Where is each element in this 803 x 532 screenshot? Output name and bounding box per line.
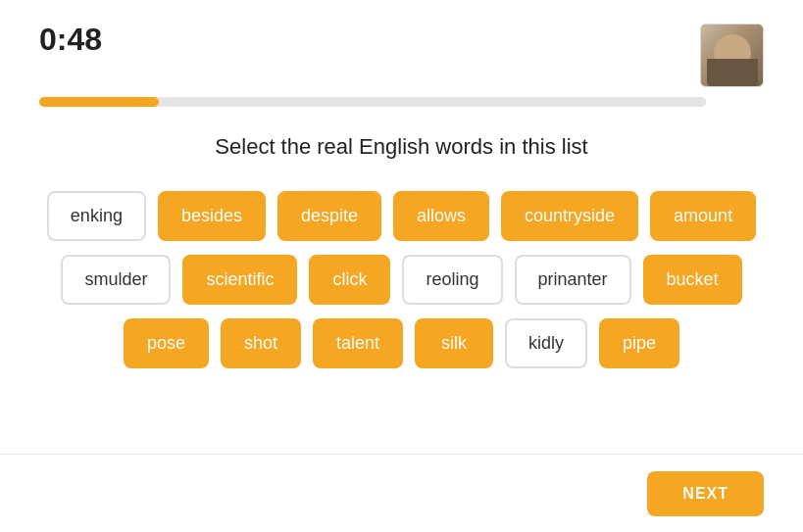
next-button[interactable]: NEXT [647, 471, 764, 516]
timer: 0:48 [39, 24, 102, 55]
word-btn-prinanter[interactable]: prinanter [515, 255, 631, 305]
header: 0:48 [39, 24, 764, 87]
word-btn-despite[interactable]: despite [277, 191, 381, 241]
instruction-text: Select the real English words in this li… [39, 134, 764, 160]
word-row-1: smulderscientificclickreolingprinanterbu… [61, 255, 741, 305]
word-btn-silk[interactable]: silk [415, 318, 493, 368]
word-btn-pipe[interactable]: pipe [599, 318, 679, 368]
word-btn-scientific[interactable]: scientific [182, 255, 297, 305]
word-btn-smulder[interactable]: smulder [61, 255, 171, 305]
word-btn-click[interactable]: click [309, 255, 390, 305]
word-btn-countryside[interactable]: countryside [501, 191, 638, 241]
word-btn-allows[interactable]: allows [393, 191, 489, 241]
word-btn-shot[interactable]: shot [221, 318, 301, 368]
word-row-0: enkingbesidesdespiteallowscountrysideamo… [47, 191, 756, 241]
word-btn-besides[interactable]: besides [158, 191, 266, 241]
word-btn-enking[interactable]: enking [47, 191, 146, 241]
word-btn-talent[interactable]: talent [313, 318, 403, 368]
avatar-image [701, 24, 763, 86]
word-row-2: poseshottalentsilkkidlypipe [124, 318, 679, 368]
word-btn-bucket[interactable]: bucket [643, 255, 742, 305]
avatar [700, 24, 764, 87]
word-btn-pose[interactable]: pose [124, 318, 209, 368]
word-btn-amount[interactable]: amount [650, 191, 756, 241]
progress-bar-fill [39, 97, 159, 107]
word-btn-kidly[interactable]: kidly [505, 318, 587, 368]
progress-bar-container [39, 97, 706, 107]
bottom-bar: NEXT [0, 454, 803, 532]
word-btn-reoling[interactable]: reoling [402, 255, 502, 305]
word-grid: enkingbesidesdespiteallowscountrysideamo… [39, 191, 764, 368]
